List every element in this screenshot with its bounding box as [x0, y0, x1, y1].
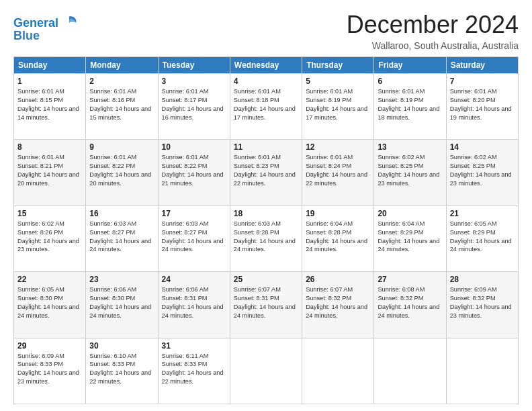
day-number: 22 [17, 275, 82, 284]
header: General Blue December 2024 Wallaroo, Sou… [13, 11, 519, 51]
day-cell-31: 31 Sunrise: 6:11 AM Sunset: 8:33 PM Dayl… [158, 338, 230, 404]
day-number: 21 [450, 209, 515, 218]
day-info: Sunrise: 6:07 AM Sunset: 8:31 PM Dayligh… [234, 285, 298, 320]
day-number: 6 [378, 77, 442, 86]
day-info: Sunrise: 6:01 AM Sunset: 8:23 PM Dayligh… [234, 153, 298, 188]
day-info: Sunrise: 6:01 AM Sunset: 8:19 PM Dayligh… [306, 87, 370, 122]
day-cell-6: 6 Sunrise: 6:01 AM Sunset: 8:19 PM Dayli… [374, 74, 446, 140]
day-cell-28: 28 Sunrise: 6:09 AM Sunset: 8:32 PM Dayl… [446, 272, 518, 338]
day-number: 5 [306, 77, 370, 86]
day-cell-2: 2 Sunrise: 6:01 AM Sunset: 8:16 PM Dayli… [86, 74, 158, 140]
day-number: 31 [162, 341, 226, 351]
logo-text-general: General [13, 17, 58, 29]
day-info: Sunrise: 6:01 AM Sunset: 8:22 PM Dayligh… [162, 153, 226, 188]
day-number: 17 [162, 209, 226, 218]
day-number: 11 [234, 142, 298, 152]
day-info: Sunrise: 6:01 AM Sunset: 8:22 PM Dayligh… [89, 153, 154, 188]
calendar-title: December 2024 [347, 11, 519, 39]
day-cell-20: 20 Sunrise: 6:04 AM Sunset: 8:29 PM Dayl… [374, 205, 446, 271]
weekday-header-thursday: Thursday [302, 57, 374, 74]
day-cell-7: 7 Sunrise: 6:01 AM Sunset: 8:20 PM Dayli… [446, 74, 518, 140]
day-cell-29: 29 Sunrise: 6:09 AM Sunset: 8:33 PM Dayl… [14, 338, 86, 404]
empty-cell [230, 338, 302, 404]
day-number: 26 [306, 275, 370, 284]
day-info: Sunrise: 6:09 AM Sunset: 8:32 PM Dayligh… [450, 285, 515, 320]
day-info: Sunrise: 6:09 AM Sunset: 8:33 PM Dayligh… [17, 352, 82, 387]
day-info: Sunrise: 6:02 AM Sunset: 8:26 PM Dayligh… [17, 220, 82, 255]
day-cell-26: 26 Sunrise: 6:07 AM Sunset: 8:32 PM Dayl… [302, 272, 374, 338]
empty-cell [374, 338, 446, 404]
day-number: 16 [89, 209, 154, 218]
week-row-5: 29 Sunrise: 6:09 AM Sunset: 8:33 PM Dayl… [14, 338, 519, 404]
day-number: 4 [234, 77, 298, 86]
day-number: 14 [450, 142, 515, 152]
day-info: Sunrise: 6:02 AM Sunset: 8:25 PM Dayligh… [378, 153, 442, 188]
day-cell-3: 3 Sunrise: 6:01 AM Sunset: 8:17 PM Dayli… [158, 74, 230, 140]
title-block: December 2024 Wallaroo, South Australia,… [347, 11, 519, 51]
weekday-header-row: SundayMondayTuesdayWednesdayThursdayFrid… [14, 57, 519, 74]
day-cell-21: 21 Sunrise: 6:05 AM Sunset: 8:29 PM Dayl… [446, 205, 518, 271]
weekday-header-monday: Monday [86, 57, 158, 74]
weekday-header-sunday: Sunday [14, 57, 86, 74]
logo-text-blue: Blue [13, 30, 40, 42]
day-info: Sunrise: 6:04 AM Sunset: 8:29 PM Dayligh… [378, 220, 442, 255]
day-number: 1 [17, 77, 82, 86]
day-number: 10 [162, 142, 226, 152]
day-number: 9 [89, 142, 154, 152]
week-row-2: 8 Sunrise: 6:01 AM Sunset: 8:21 PM Dayli… [14, 140, 519, 205]
weekday-header-wednesday: Wednesday [230, 57, 302, 74]
day-cell-14: 14 Sunrise: 6:02 AM Sunset: 8:25 PM Dayl… [446, 140, 518, 205]
page: General Blue December 2024 Wallaroo, Sou… [0, 0, 532, 411]
day-info: Sunrise: 6:07 AM Sunset: 8:32 PM Dayligh… [306, 285, 370, 320]
day-number: 30 [89, 341, 154, 351]
day-number: 24 [162, 275, 226, 284]
day-cell-15: 15 Sunrise: 6:02 AM Sunset: 8:26 PM Dayl… [14, 205, 86, 271]
day-cell-23: 23 Sunrise: 6:06 AM Sunset: 8:30 PM Dayl… [86, 272, 158, 338]
day-number: 29 [17, 341, 82, 351]
calendar-table: SundayMondayTuesdayWednesdayThursdayFrid… [13, 56, 519, 404]
day-cell-17: 17 Sunrise: 6:03 AM Sunset: 8:27 PM Dayl… [158, 205, 230, 271]
day-info: Sunrise: 6:01 AM Sunset: 8:16 PM Dayligh… [89, 87, 154, 122]
day-number: 23 [89, 275, 154, 284]
day-number: 25 [234, 275, 298, 284]
weekday-header-friday: Friday [374, 57, 446, 74]
day-info: Sunrise: 6:01 AM Sunset: 8:21 PM Dayligh… [17, 153, 82, 188]
empty-cell [302, 338, 374, 404]
day-cell-19: 19 Sunrise: 6:04 AM Sunset: 8:28 PM Dayl… [302, 205, 374, 271]
day-info: Sunrise: 6:05 AM Sunset: 8:30 PM Dayligh… [17, 285, 82, 320]
day-cell-8: 8 Sunrise: 6:01 AM Sunset: 8:21 PM Dayli… [14, 140, 86, 205]
day-cell-27: 27 Sunrise: 6:08 AM Sunset: 8:32 PM Dayl… [374, 272, 446, 338]
day-info: Sunrise: 6:04 AM Sunset: 8:28 PM Dayligh… [306, 220, 370, 255]
week-row-3: 15 Sunrise: 6:02 AM Sunset: 8:26 PM Dayl… [14, 205, 519, 271]
day-info: Sunrise: 6:01 AM Sunset: 8:20 PM Dayligh… [450, 87, 515, 122]
day-number: 7 [450, 77, 515, 86]
day-info: Sunrise: 6:01 AM Sunset: 8:19 PM Dayligh… [378, 87, 442, 122]
day-number: 15 [17, 209, 82, 218]
day-info: Sunrise: 6:03 AM Sunset: 8:27 PM Dayligh… [162, 220, 226, 255]
day-number: 18 [234, 209, 298, 218]
day-number: 13 [378, 142, 442, 152]
weekday-header-tuesday: Tuesday [158, 57, 230, 74]
calendar-subtitle: Wallaroo, South Australia, Australia [347, 40, 519, 51]
day-info: Sunrise: 6:01 AM Sunset: 8:15 PM Dayligh… [17, 87, 82, 122]
week-row-1: 1 Sunrise: 6:01 AM Sunset: 8:15 PM Dayli… [14, 74, 519, 140]
day-cell-13: 13 Sunrise: 6:02 AM Sunset: 8:25 PM Dayl… [374, 140, 446, 205]
day-cell-11: 11 Sunrise: 6:01 AM Sunset: 8:23 PM Dayl… [230, 140, 302, 205]
logo: General Blue [13, 13, 79, 42]
day-number: 2 [89, 77, 154, 86]
day-cell-1: 1 Sunrise: 6:01 AM Sunset: 8:15 PM Dayli… [14, 74, 86, 140]
day-info: Sunrise: 6:06 AM Sunset: 8:31 PM Dayligh… [162, 285, 226, 320]
day-info: Sunrise: 6:05 AM Sunset: 8:29 PM Dayligh… [450, 220, 515, 255]
day-number: 28 [450, 275, 515, 284]
day-info: Sunrise: 6:03 AM Sunset: 8:27 PM Dayligh… [89, 220, 154, 255]
day-number: 19 [306, 209, 370, 218]
day-cell-25: 25 Sunrise: 6:07 AM Sunset: 8:31 PM Dayl… [230, 272, 302, 338]
day-cell-24: 24 Sunrise: 6:06 AM Sunset: 8:31 PM Dayl… [158, 272, 230, 338]
day-info: Sunrise: 6:01 AM Sunset: 8:18 PM Dayligh… [234, 87, 298, 122]
day-cell-9: 9 Sunrise: 6:01 AM Sunset: 8:22 PM Dayli… [86, 140, 158, 205]
day-number: 12 [306, 142, 370, 152]
day-info: Sunrise: 6:06 AM Sunset: 8:30 PM Dayligh… [89, 285, 154, 320]
day-cell-4: 4 Sunrise: 6:01 AM Sunset: 8:18 PM Dayli… [230, 74, 302, 140]
day-number: 3 [162, 77, 226, 86]
day-info: Sunrise: 6:03 AM Sunset: 8:28 PM Dayligh… [234, 220, 298, 255]
